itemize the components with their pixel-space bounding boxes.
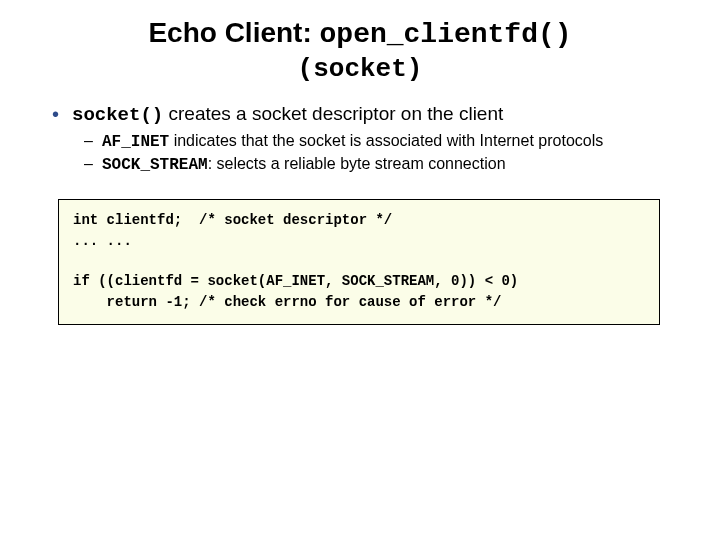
sub2-code: SOCK_STREAM — [102, 156, 208, 174]
sub1-code: AF_INET — [102, 133, 169, 151]
code-line-4: if ((clientfd = socket(AF_INET, SOCK_STR… — [73, 273, 518, 289]
sub2-text: : selects a reliable byte stream connect… — [208, 155, 506, 172]
bullet-text: creates a socket descriptor on the clien… — [163, 103, 503, 124]
slide: Echo Client: open_clientfd() (socket) so… — [0, 0, 720, 325]
code-line-5: return -1; /* check errno for cause of e… — [73, 294, 501, 310]
subtitle-open: ( — [298, 54, 314, 84]
subtitle-close: ) — [407, 54, 423, 84]
slide-title: Echo Client: open_clientfd() — [40, 16, 680, 52]
sub1-text: indicates that the socket is associated … — [169, 132, 603, 149]
bullet-list: socket() creates a socket descriptor on … — [50, 102, 680, 176]
title-prefix: Echo Client: — [148, 17, 319, 48]
slide-subtitle: (socket) — [40, 52, 680, 84]
sub-item-2: SOCK_STREAM: selects a reliable byte str… — [82, 154, 680, 175]
sub-item-1: AF_INET indicates that the socket is ass… — [82, 131, 680, 152]
title-code: open_clientfd() — [320, 19, 572, 50]
bullet-item: socket() creates a socket descriptor on … — [50, 102, 680, 176]
code-line-2: ... ... — [73, 233, 132, 249]
bullet-code: socket() — [72, 104, 163, 126]
code-block: int clientfd; /* socket descriptor */ ..… — [58, 199, 660, 324]
code-line-1: int clientfd; /* socket descriptor */ — [73, 212, 392, 228]
subtitle-code: socket — [313, 54, 407, 84]
sub-list: AF_INET indicates that the socket is ass… — [82, 131, 680, 175]
